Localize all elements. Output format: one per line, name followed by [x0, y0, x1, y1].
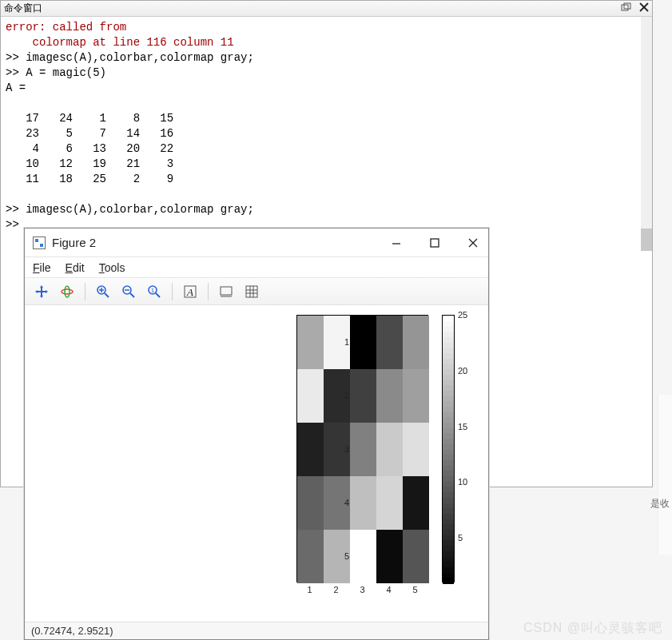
- colorbar-tick-label: 20: [458, 366, 467, 376]
- heatmap-cell: [297, 476, 324, 530]
- figure-titlebar[interactable]: Figure 2: [25, 229, 488, 257]
- svg-point-8: [62, 289, 73, 294]
- figure-toolbar: 1 A: [25, 278, 488, 305]
- side-panel: [658, 395, 672, 555]
- heatmap-cell: [297, 423, 324, 476]
- x-tick-label: 5: [412, 585, 417, 594]
- close-button[interactable]: [466, 236, 480, 250]
- cursor-coords: (0.72474, 2.9521): [31, 625, 113, 637]
- svg-rect-1: [624, 3, 630, 9]
- colorbar: [442, 315, 455, 582]
- x-tick-label: 1: [307, 585, 312, 594]
- y-tick-label: 3: [344, 444, 349, 454]
- zoom-auto-icon[interactable]: 1: [144, 281, 165, 302]
- y-tick-label: 5: [344, 551, 349, 561]
- svg-rect-22: [221, 287, 232, 295]
- figure-title: Figure 2: [52, 236, 96, 249]
- x-tick-label: 4: [386, 585, 391, 594]
- command-window-title: 命令窗口: [4, 2, 42, 15]
- heatmap-plot: [296, 315, 428, 582]
- error-line-2: colormap at line 116 column 11: [6, 36, 234, 49]
- command-window-titlebar: 命令窗口: [1, 1, 652, 17]
- cmd-prompt: >>: [6, 218, 26, 231]
- figure-statusbar: (0.72474, 2.9521): [25, 622, 488, 639]
- heatmap-cell: [403, 316, 429, 369]
- heatmap-cell: [350, 476, 376, 530]
- svg-rect-5: [431, 239, 439, 247]
- heatmap-cell: [403, 476, 429, 530]
- svg-text:1: 1: [151, 287, 155, 294]
- pan-icon[interactable]: [31, 281, 52, 302]
- svg-point-9: [65, 286, 70, 297]
- svg-rect-24: [246, 286, 257, 297]
- error-line-1: error: called from: [6, 21, 126, 34]
- heatmap-cell: [350, 316, 376, 369]
- minimize-button[interactable]: [389, 236, 404, 250]
- toolbar-separator: [208, 283, 209, 300]
- svg-text:A: A: [186, 286, 193, 298]
- heatmap-cell: [376, 423, 403, 476]
- heatmap-cell: [350, 423, 376, 476]
- toolbar-separator: [172, 283, 173, 300]
- heatmap-cell: [376, 530, 403, 583]
- svg-line-11: [105, 293, 109, 297]
- colorbar-tick-label: 25: [458, 310, 467, 320]
- heatmap-cell: [403, 423, 429, 476]
- scrollbar-thumb[interactable]: [641, 229, 652, 251]
- cmd-line-8: 23 5 7 14 16: [6, 127, 173, 140]
- figure-menu: FFileile EEditdit TToolsools: [25, 257, 488, 278]
- figure-icon: [33, 237, 46, 249]
- colorbar-tick-label: 15: [458, 422, 467, 431]
- y-tick-label: 4: [344, 498, 349, 507]
- figure-window: Figure 2 FFileile EEditdit TToolsools 1: [24, 228, 489, 640]
- menu-tools[interactable]: TToolsools: [99, 261, 125, 274]
- x-tick-label: 3: [360, 585, 364, 594]
- svg-rect-0: [622, 5, 628, 10]
- side-label: 是收: [650, 497, 670, 511]
- cmd-line-3: >> imagesc(A),colorbar,colormap gray;: [6, 51, 254, 64]
- svg-line-15: [130, 293, 134, 297]
- toolbar-separator: [85, 283, 85, 300]
- undock-icon[interactable]: [620, 2, 633, 13]
- heatmap-cell: [376, 476, 403, 530]
- heatmap-cell: [297, 369, 324, 423]
- heatmap-cell: [403, 369, 429, 423]
- text-icon[interactable]: A: [180, 281, 201, 302]
- heatmap-cell: [297, 530, 324, 583]
- scrollbar-track[interactable]: [641, 17, 652, 240]
- watermark: CSDN @叫心灵骇客吧: [523, 620, 662, 637]
- y-tick-label: 1: [344, 337, 349, 347]
- grid-icon[interactable]: [241, 281, 262, 302]
- menu-edit[interactable]: EEditdit: [66, 261, 85, 274]
- heatmap-cell: [350, 530, 376, 583]
- heatmap-cell: [376, 316, 403, 369]
- zoom-out-icon[interactable]: [118, 281, 139, 302]
- rotate-icon[interactable]: [57, 281, 78, 302]
- axes-icon[interactable]: [216, 281, 237, 302]
- cmd-line-5: A =: [6, 81, 26, 94]
- cmd-line-10: 10 12 19 21 3: [6, 157, 173, 170]
- zoom-in-icon[interactable]: [93, 281, 113, 302]
- figure-canvas[interactable]: 1234512345252015105: [25, 305, 488, 622]
- y-tick-label: 2: [344, 391, 349, 400]
- x-tick-label: 2: [333, 585, 338, 594]
- menu-file[interactable]: FFileile: [33, 261, 51, 274]
- close-icon[interactable]: [638, 2, 650, 13]
- cmd-line-4: >> A = magic(5): [6, 66, 106, 79]
- heatmap-cell: [297, 316, 324, 369]
- svg-line-18: [156, 293, 160, 297]
- cmd-line-13: >> imagesc(A),colorbar,colormap gray;: [6, 203, 254, 216]
- colorbar-tick-label: 10: [458, 477, 467, 487]
- colorbar-tick-label: 5: [458, 533, 463, 543]
- maximize-button[interactable]: [427, 236, 442, 250]
- heatmap-cell: [376, 369, 403, 423]
- heatmap-cell: [403, 530, 429, 583]
- cmd-line-7: 17 24 1 8 15: [6, 112, 173, 125]
- cmd-line-11: 11 18 25 2 9: [6, 173, 173, 185]
- cmd-line-9: 4 6 13 20 22: [6, 142, 173, 155]
- heatmap-cell: [350, 369, 376, 423]
